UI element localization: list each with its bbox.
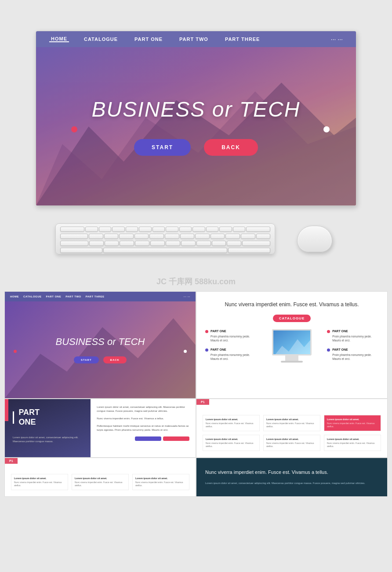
- cat-item-left-1: PART ONEProin pharetra nonummy pede. Mau…: [205, 348, 257, 361]
- part-body-1: Lorem ipsum dolor sit amet, consectetuer…: [97, 405, 189, 413]
- p1-card-1: Lorem ipsum dolor sit amet. Nunc viverra…: [263, 415, 320, 431]
- panel-dark-text: Nunc viverra imperdiet enim. Fusce est. …: [196, 458, 388, 497]
- panel-p1-bottom: P1 Lorem ipsum dolor sit amet. Nunc vive…: [4, 458, 196, 497]
- cat-dot-r0: [327, 330, 330, 333]
- hero-image: BUSINESS or TECH START BACK: [36, 47, 356, 205]
- p1-bottom-card-1: Lorem ipsum dolor sit amet. Nunc viverra…: [72, 474, 129, 490]
- catalogue-layout: PART ONEProin pharetra nonummy pede. Mau…: [205, 329, 378, 363]
- panels-grid: HOME CATALOGUE PART ONE PART TWO PART TH…: [4, 291, 388, 458]
- hero-buttons: START BACK: [92, 139, 301, 156]
- keyboard: [55, 224, 275, 259]
- panel-p1: P1 Lorem ipsum dolor sit amet. Nunc vive…: [196, 399, 388, 458]
- hero-title-italic: or: [212, 98, 233, 121]
- hero-title: BUSINESS or TECH: [92, 97, 301, 121]
- nav-part-one[interactable]: PART ONE: [133, 37, 164, 42]
- p1-grid: Lorem ipsum dolor sit amet. Nunc viverra…: [203, 415, 381, 451]
- mini-start-button[interactable]: START: [74, 356, 99, 363]
- hardware-section: [0, 206, 392, 276]
- dark-body: Lorem ipsum dolor sit amet, consectetuer…: [205, 481, 378, 486]
- part-one-right: Lorem ipsum dolor sit amet, consectetuer…: [91, 399, 196, 457]
- part-body-3: Pellentesque habitant morbi tristique se…: [97, 424, 189, 432]
- mini-nav-catalogue[interactable]: CATALOGUE: [23, 295, 42, 298]
- bottom-panels-grid: P1 Lorem ipsum dolor sit amet. Nunc vive…: [4, 458, 388, 497]
- cat-dot-0: [205, 330, 208, 333]
- catalogue-right: PART ONEProin pharetra nonummy pede. Mau…: [327, 329, 378, 361]
- mini-hero-buttons: START BACK: [56, 356, 145, 363]
- nav-home[interactable]: HOME: [49, 36, 69, 42]
- part-one-left: PARTONE Lorem ipsum dolor sit amet, cons…: [5, 399, 91, 457]
- p1-badge: P1: [196, 399, 209, 405]
- mini-nav-home[interactable]: HOME: [10, 295, 19, 298]
- hero-wrapper: HOME CATALOGUE PART ONE PART TWO PART TH…: [36, 31, 356, 206]
- mini-hero-content: BUSINESS or TECH START BACK: [56, 336, 145, 363]
- p1-bottom-badge: P1: [5, 458, 18, 464]
- catalogue-left: PART ONEProin pharetra nonummy pede. Mau…: [205, 329, 257, 361]
- dark-title: Nunc viverra imperdiet enim. Fusce est. …: [205, 469, 378, 476]
- hero-nav: HOME CATALOGUE PART ONE PART TWO PART TH…: [36, 31, 356, 47]
- p1-bottom-grid: Lorem ipsum dolor sit amet. Nunc viverra…: [11, 474, 189, 490]
- dot-right: [323, 126, 330, 132]
- cat-item-right-0: PART ONEProin pharetra nonummy pede. Mau…: [327, 329, 378, 342]
- p1-card-0: Lorem ipsum dolor sit amet. Nunc viverra…: [203, 415, 260, 431]
- mini-nav-part-two[interactable]: PART TWO: [65, 295, 81, 298]
- catalogue-center: [261, 329, 323, 363]
- mini-nav-part-three[interactable]: PART THREE: [86, 295, 105, 298]
- cat-item-right-1: PART ONEProin pharetra nonummy pede. Mau…: [327, 348, 378, 361]
- panel-part-one: PARTONE Lorem ipsum dolor sit amet, cons…: [4, 399, 196, 458]
- p1-card-4: Lorem ipsum dolor sit amet. Nunc viverra…: [263, 435, 320, 451]
- nav-part-two[interactable]: PART TWO: [178, 37, 210, 42]
- mouse: [293, 226, 337, 257]
- mini-hero-title: BUSINESS or TECH: [56, 336, 145, 348]
- mini-nav: HOME CATALOGUE PART ONE PART TWO PART TH…: [5, 292, 196, 301]
- mini-dot-left: [14, 350, 17, 353]
- panel-catalogue: Nunc viverra imperdiet enim. Fusce est. …: [196, 291, 388, 399]
- cat-dot-1: [205, 348, 208, 352]
- panel-mini-hero: HOME CATALOGUE PART ONE PART TWO PART TH…: [4, 291, 196, 399]
- mini-dot-right: [184, 350, 187, 353]
- back-button[interactable]: BACK: [204, 139, 258, 156]
- p1-card-2: Lorem ipsum dolor sit amet. Nunc viverra…: [324, 415, 381, 431]
- part-one-title: PARTONE: [18, 408, 40, 427]
- part-body-2: Nunc viverra imperdiet enim. Fusce est. …: [97, 417, 189, 421]
- hero-content: BUSINESS or TECH START BACK: [92, 97, 301, 156]
- mini-nav-part-one[interactable]: PART ONE: [46, 295, 62, 298]
- cat-item-left-0: PART ONEProin pharetra nonummy pede. Mau…: [205, 329, 257, 342]
- mini-back-button[interactable]: BACK: [103, 356, 127, 363]
- mini-hero-image: BUSINESS or TECH START BACK: [5, 301, 196, 398]
- dot-left: [71, 126, 77, 132]
- p1-card-3: Lorem ipsum dolor sit amet. Nunc viverra…: [203, 435, 260, 451]
- p1-bottom-card-0: Lorem ipsum dolor sit amet. Nunc viverra…: [11, 474, 68, 490]
- catalogue-badge[interactable]: CATALOGUE: [273, 315, 311, 322]
- monitor: [268, 329, 316, 363]
- p1-card-5: Lorem ipsum dolor sit amet. Nunc viverra…: [324, 435, 381, 451]
- part-footer: [97, 436, 189, 441]
- cat-dot-r1: [327, 348, 330, 352]
- part-one-subtitle: Lorem ipsum dolor sit amet, consectetuer…: [5, 432, 91, 444]
- p1-bottom-card-2: Lorem ipsum dolor sit amet. Nunc viverra…: [132, 474, 189, 490]
- nav-dots: ··· ···: [331, 36, 343, 43]
- catalogue-heading: Nunc viverra imperdiet enim. Fusce est. …: [205, 301, 378, 308]
- start-button[interactable]: START: [134, 139, 191, 156]
- mini-nav-dots: ··· ···: [184, 295, 190, 298]
- nav-catalogue[interactable]: CATALOGUE: [82, 37, 120, 42]
- watermark: JC 千库网 588ku.com: [0, 276, 392, 287]
- nav-part-three[interactable]: PART THREE: [223, 37, 261, 42]
